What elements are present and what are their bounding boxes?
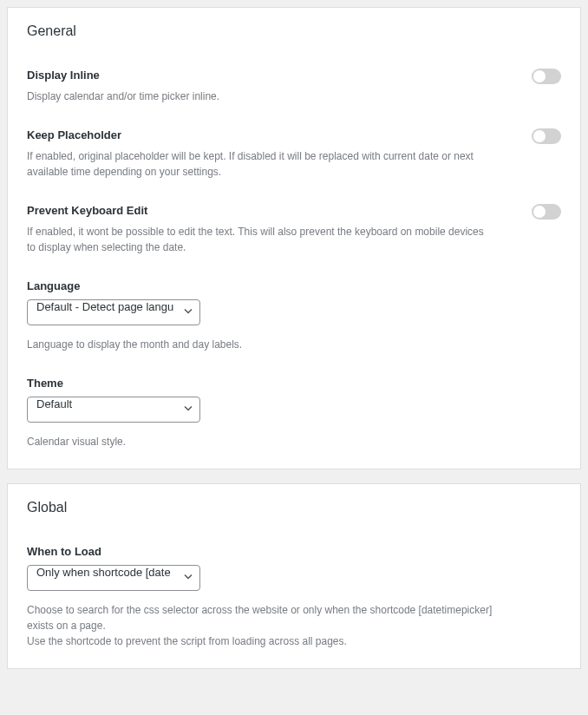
theme-select[interactable]: Default: [27, 397, 200, 423]
general-section: General Display Inline Display calendar …: [7, 7, 581, 469]
language-select-wrap: Default - Detect page langu: [27, 299, 200, 325]
display-inline-field: Display Inline Display calendar and/or t…: [27, 69, 561, 104]
field-description: Language to display the month and day la…: [27, 337, 495, 352]
field-description: Choose to search for the css selector ac…: [27, 602, 495, 649]
language-select[interactable]: Default - Detect page langu: [27, 299, 200, 325]
field-description: If enabled, original placeholder will be…: [27, 148, 495, 180]
keep-placeholder-toggle[interactable]: [532, 128, 561, 144]
field-description: Calendar visual style.: [27, 434, 495, 449]
section-title: Global: [27, 500, 561, 515]
field-description: If enabled, it wont be possible to edit …: [27, 224, 495, 255]
field-description-line: Use the shortcode to prevent the script …: [27, 635, 347, 647]
when-to-load-field: When to Load Only when shortcode [date C…: [27, 545, 561, 649]
theme-field: Theme Default Calendar visual style.: [27, 377, 561, 449]
global-section: Global When to Load Only when shortcode …: [7, 483, 581, 669]
when-to-load-select-wrap: Only when shortcode [date: [27, 565, 200, 591]
prevent-keyboard-field: Prevent Keyboard Edit If enabled, it won…: [27, 204, 561, 255]
field-label: Display Inline: [27, 69, 561, 82]
when-to-load-select[interactable]: Only when shortcode [date: [27, 565, 200, 591]
prevent-keyboard-toggle[interactable]: [532, 204, 561, 220]
field-description-line: Choose to search for the css selector ac…: [27, 604, 492, 632]
field-label: Keep Placeholder: [27, 128, 561, 141]
language-field: Language Default - Detect page langu Lan…: [27, 279, 561, 352]
field-label: Theme: [27, 377, 561, 390]
display-inline-toggle[interactable]: [532, 69, 561, 84]
field-label: Prevent Keyboard Edit: [27, 204, 561, 217]
field-label: Language: [27, 279, 561, 292]
field-description: Display calendar and/or time picker inli…: [27, 89, 495, 104]
keep-placeholder-field: Keep Placeholder If enabled, original pl…: [27, 128, 561, 180]
field-label: When to Load: [27, 545, 561, 558]
theme-select-wrap: Default: [27, 397, 200, 423]
section-title: General: [27, 23, 561, 39]
